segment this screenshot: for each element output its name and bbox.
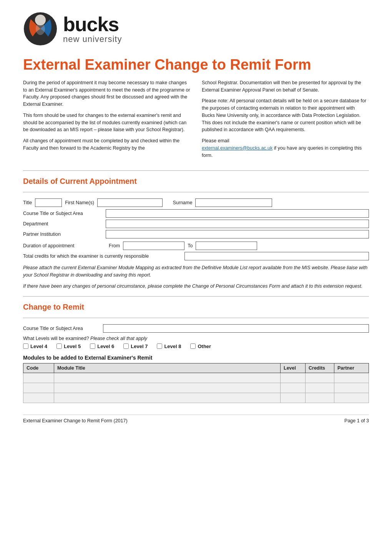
italic-note-1: Please attach the current External Exami… [23, 264, 369, 279]
logo-new-university-text: new university [63, 35, 122, 43]
department-input[interactable] [106, 220, 369, 228]
table-cell-partner [334, 373, 369, 383]
remit-course-label: Course Title or Subject Area [23, 326, 100, 331]
divider-1 [23, 170, 369, 171]
table-cell-title [54, 373, 281, 383]
table-row [23, 393, 369, 403]
table-cell-code [23, 383, 54, 393]
intro-para-6: Please email external.examiners@bucks.ac… [202, 137, 369, 159]
level-6-checkbox[interactable] [90, 343, 95, 349]
credits-label: Total credits for which the examiner is … [23, 253, 184, 259]
name-row: Title First Name(s) Surname [23, 198, 369, 207]
table-cell-code [23, 373, 54, 383]
table-cell-credits [306, 373, 334, 383]
logo-bucks-text: bucks [63, 14, 122, 34]
surname-input[interactable] [195, 198, 272, 207]
duration-label: Duration of appointment [23, 243, 106, 248]
firstname-label: First Name(s) [65, 200, 94, 205]
table-row [23, 373, 369, 383]
course-field-block: Course Title or Subject Area [23, 209, 369, 218]
divider-4 [23, 318, 369, 318]
level-4-checkbox[interactable] [23, 343, 28, 349]
intro-para-3: All changes of appointment must be compl… [23, 137, 190, 152]
duration-row: Duration of appointment From To [23, 242, 369, 250]
level-7-item: Level 7 [123, 343, 148, 349]
level-5-label: Level 5 [64, 343, 81, 349]
page-footer: External Examiner Change to Remit Form (… [23, 415, 369, 423]
email-link[interactable]: external.examiners@bucks.ac.uk [202, 145, 272, 151]
to-label: To [188, 243, 193, 248]
credits-field-block: Total credits for which the examiner is … [23, 252, 369, 260]
other-label: Other [198, 343, 211, 349]
other-checkbox[interactable] [190, 343, 196, 349]
other-item: Other [190, 343, 211, 349]
level-8-label: Level 8 [164, 343, 181, 349]
intro-para-4: School Registrar. Documentation will the… [202, 79, 369, 94]
level-7-label: Level 7 [131, 343, 148, 349]
table-cell-level [281, 383, 306, 393]
italic-note-2: If there have been any changes of person… [23, 283, 369, 290]
level-6-item: Level 6 [90, 343, 114, 349]
table-cell-partner [334, 393, 369, 403]
logo-graphic [23, 12, 58, 46]
course-label: Course Title or Subject Area [23, 211, 106, 216]
title-input[interactable] [35, 198, 62, 207]
modules-subtitle: Modules to be added to External Examiner… [23, 355, 369, 361]
level-6-label: Level 6 [97, 343, 114, 349]
table-cell-level [281, 373, 306, 383]
partner-field-block: Partner Institution [23, 230, 369, 238]
intro-section: During the period of appointment it may … [23, 79, 369, 163]
title-label: Title [23, 200, 32, 205]
course-input[interactable] [106, 209, 369, 218]
table-cell-level [281, 393, 306, 403]
logo-section: bucks new university [23, 12, 369, 46]
page-title: External Examiner Change to Remit Form [23, 57, 369, 73]
level-4-item: Level 4 [23, 343, 47, 349]
table-row [23, 383, 369, 393]
remit-course-input[interactable] [103, 324, 369, 333]
section-remit-title: Change to Remit [23, 303, 369, 312]
firstname-input[interactable] [97, 198, 163, 207]
intro-right-col: School Registrar. Documentation will the… [202, 79, 369, 163]
credits-input[interactable] [184, 252, 369, 260]
partner-input[interactable] [106, 230, 369, 238]
levels-text: What Levels will be examined? [23, 336, 90, 341]
table-cell-credits [306, 393, 334, 403]
table-cell-title [54, 393, 281, 403]
department-label: Department [23, 221, 106, 227]
modules-table: Code Module Title Level Credits Partner [23, 363, 369, 403]
from-label: From [109, 243, 120, 248]
level-7-checkbox[interactable] [123, 343, 129, 349]
surname-label: Surname [173, 200, 193, 205]
level-5-item: Level 5 [56, 343, 81, 349]
logo-text-block: bucks new university [63, 14, 122, 43]
table-cell-credits [306, 383, 334, 393]
level-5-checkbox[interactable] [56, 343, 62, 349]
department-field-block: Department [23, 220, 369, 228]
partner-label: Partner Institution [23, 232, 106, 237]
remit-course-row: Course Title or Subject Area [23, 324, 369, 333]
divider-3 [23, 296, 369, 297]
intro-para-5: Please note: All personal contact detail… [202, 97, 369, 133]
table-header-credits: Credits [306, 363, 334, 373]
table-cell-partner [334, 383, 369, 393]
table-header-partner: Partner [334, 363, 369, 373]
svg-point-2 [36, 23, 45, 35]
levels-italic: Please check all that apply [90, 336, 147, 341]
section-appointment-title: Details of Current Appointment [23, 177, 369, 186]
intro-left-col: During the period of appointment it may … [23, 79, 190, 163]
levels-label-row: What Levels will be examined? Please che… [23, 336, 369, 341]
level-4-label: Level 4 [30, 343, 47, 349]
intro-para-2: This form should be used for changes to … [23, 112, 190, 133]
to-input[interactable] [196, 242, 257, 250]
table-header-title: Module Title [54, 363, 281, 373]
intro-para-1: During the period of appointment it may … [23, 79, 190, 108]
divider-2 [23, 192, 369, 192]
level-8-checkbox[interactable] [157, 343, 162, 349]
table-cell-title [54, 383, 281, 393]
level-8-item: Level 8 [157, 343, 181, 349]
from-input[interactable] [123, 242, 184, 250]
table-cell-code [23, 393, 54, 403]
table-header-code: Code [23, 363, 54, 373]
footer-right: Page 1 of 3 [344, 418, 369, 423]
